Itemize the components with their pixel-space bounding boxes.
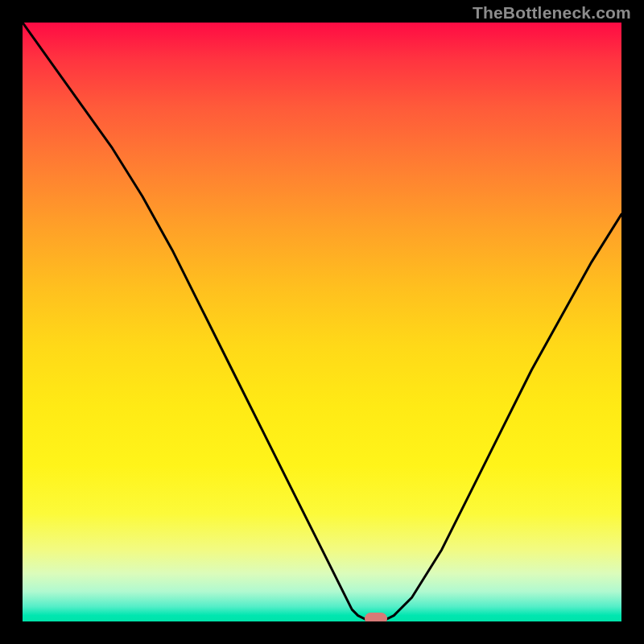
- plot-area: [23, 23, 621, 621]
- optimum-marker: [365, 613, 387, 621]
- chart-frame: TheBottleneck.com: [0, 0, 644, 644]
- watermark: TheBottleneck.com: [473, 3, 631, 23]
- bottleneck-curve: [23, 23, 621, 621]
